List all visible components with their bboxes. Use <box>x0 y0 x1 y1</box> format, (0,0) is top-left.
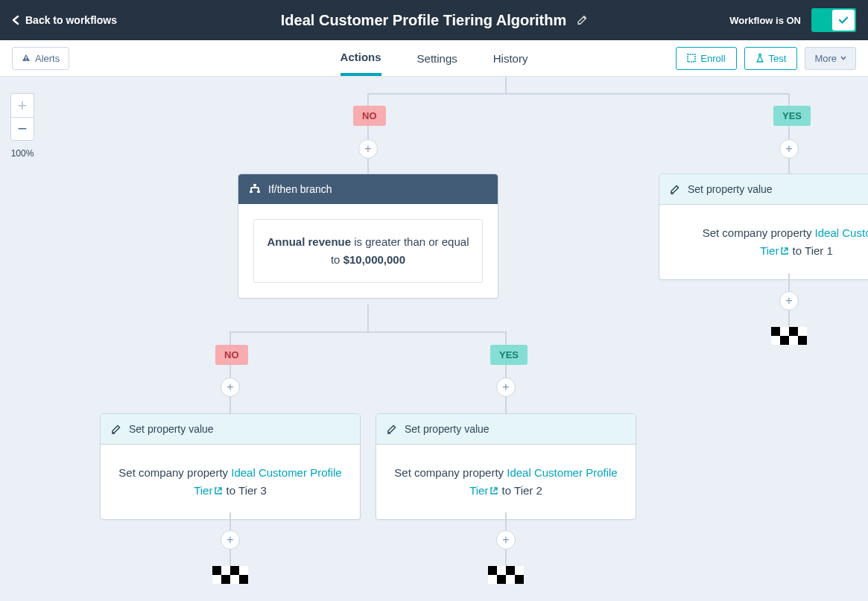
connector <box>367 93 789 95</box>
topbar-right: Workflow is ON <box>729 8 856 32</box>
finish-flag-icon <box>771 327 807 345</box>
flask-icon <box>755 54 764 63</box>
finish-flag-icon <box>212 566 248 584</box>
condition-property: Annual revenue <box>267 235 352 248</box>
branch-badge-yes: YES <box>773 106 811 126</box>
branch-badge-no: NO <box>215 345 248 365</box>
tab-settings[interactable]: Settings <box>417 40 457 76</box>
add-action-button[interactable]: + <box>358 139 378 159</box>
svg-rect-0 <box>25 57 26 59</box>
zoom-percentage: 100% <box>10 148 34 159</box>
tabs: Actions Settings History <box>340 40 528 76</box>
external-link-icon <box>214 486 223 495</box>
action-to: to <box>498 484 514 497</box>
action-to: to <box>223 484 238 497</box>
action-prefix: Set company property <box>118 466 231 479</box>
back-to-workflows-link[interactable]: Back to workflows <box>12 14 117 26</box>
branch-badge-no: NO <box>353 106 386 126</box>
test-label: Test <box>769 53 787 64</box>
check-icon <box>838 15 849 25</box>
branch-badge-yes: YES <box>490 345 528 365</box>
action-to: to <box>789 244 805 257</box>
action-value: Tier 2 <box>514 484 542 497</box>
sub-bar: Alerts Actions Settings History Enroll T… <box>0 40 868 77</box>
add-action-button[interactable]: + <box>496 530 516 550</box>
set-property-card-tier3[interactable]: Set property value Set company property … <box>100 413 361 520</box>
branch-card[interactable]: If/then branch Annual revenue is greater… <box>238 174 498 299</box>
action-prefix: Set company property <box>703 226 815 239</box>
card-header: Set property value <box>659 174 868 205</box>
condition-value: $10,000,000 <box>343 253 405 266</box>
branch-card-body: Annual revenue is greater than or equal … <box>238 204 498 298</box>
warning-icon <box>22 54 31 63</box>
edit-icon <box>111 424 121 434</box>
workflow-title-wrap: Ideal Customer Profile Tiering Algorithm <box>281 12 587 29</box>
card-title: Set property value <box>405 423 490 435</box>
workflow-canvas[interactable]: + − 100% NO YES + + If/ <box>0 77 868 601</box>
zoom-out-button[interactable]: − <box>10 117 34 141</box>
action-value: Tier 1 <box>805 244 833 257</box>
zoom-controls: + − 100% <box>10 93 34 159</box>
workflow-toggle[interactable] <box>811 8 856 32</box>
card-header: Set property value <box>376 414 636 445</box>
svg-rect-4 <box>250 191 253 193</box>
test-button[interactable]: Test <box>744 47 798 70</box>
connector <box>505 331 507 413</box>
workflow-status: Workflow is ON <box>729 15 801 26</box>
connector <box>229 331 507 333</box>
connector <box>505 77 507 93</box>
back-label: Back to workflows <box>25 14 117 26</box>
diagram: NO YES + + If/then branch Annual revenue… <box>0 77 868 601</box>
connector <box>229 331 231 413</box>
svg-rect-1 <box>25 60 26 60</box>
branch-condition: Annual revenue is greater than or equal … <box>253 219 483 283</box>
action-value: Tier 3 <box>238 484 267 497</box>
zoom-in-button[interactable]: + <box>10 93 34 117</box>
chevron-left-icon <box>12 15 19 25</box>
add-action-button[interactable]: + <box>496 378 516 397</box>
add-action-button[interactable]: + <box>779 291 799 311</box>
svg-rect-3 <box>253 184 256 186</box>
more-button[interactable]: More <box>805 47 856 70</box>
alerts-label: Alerts <box>35 53 60 64</box>
branch-card-title: If/then branch <box>268 183 332 195</box>
branch-icon <box>249 184 261 194</box>
svg-rect-2 <box>688 54 695 62</box>
connector <box>367 305 369 331</box>
caret-down-icon <box>840 56 846 60</box>
enroll-icon <box>687 54 696 63</box>
top-bar: Back to workflows Ideal Customer Profile… <box>0 0 868 40</box>
external-link-icon <box>490 486 498 495</box>
card-body: Set company property Ideal Customer Prof… <box>376 445 636 519</box>
subbar-right-buttons: Enroll Test More <box>676 47 856 70</box>
svg-rect-5 <box>257 191 260 193</box>
enroll-label: Enroll <box>700 53 725 64</box>
workflow-title: Ideal Customer Profile Tiering Algorithm <box>281 12 566 29</box>
set-property-card-tier2[interactable]: Set property value Set company property … <box>376 413 636 520</box>
toggle-knob <box>832 10 855 31</box>
card-body: Set company property Ideal Customer Prof… <box>101 445 360 519</box>
add-action-button[interactable]: + <box>221 530 240 550</box>
card-header: Set property value <box>101 414 360 445</box>
card-body: Set company property Ideal Customer Tier… <box>659 205 868 279</box>
finish-flag-icon <box>488 566 524 584</box>
alerts-button[interactable]: Alerts <box>12 47 69 70</box>
card-title: Set property value <box>129 423 214 435</box>
action-prefix: Set company property <box>394 466 507 479</box>
branch-card-header: If/then branch <box>238 174 498 204</box>
set-property-card-tier1[interactable]: Set property value Set company property … <box>659 174 868 280</box>
edit-icon <box>387 424 397 434</box>
enroll-button[interactable]: Enroll <box>676 47 736 70</box>
external-link-icon <box>780 247 789 255</box>
more-label: More <box>814 53 837 64</box>
edit-icon <box>670 184 680 194</box>
tab-history[interactable]: History <box>493 40 528 76</box>
add-action-button[interactable]: + <box>779 139 799 159</box>
add-action-button[interactable]: + <box>221 378 240 397</box>
card-title: Set property value <box>688 183 773 195</box>
tab-actions[interactable]: Actions <box>340 40 381 76</box>
pencil-icon[interactable] <box>577 15 587 25</box>
